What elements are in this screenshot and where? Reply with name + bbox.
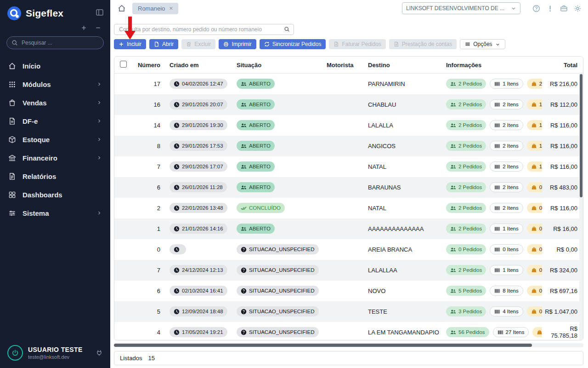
imprimir-button[interactable]: Imprimir: [219, 39, 256, 49]
horizontal-scrollbar[interactable]: [114, 343, 583, 347]
created-badge: 02/10/2024 16:41: [170, 286, 227, 296]
pedidos-text: 56 Pedidos: [458, 329, 485, 335]
itens-text: 2 Itens: [503, 143, 519, 149]
tab-romaneio[interactable]: Romaneio ×: [132, 3, 178, 14]
sidebar-search: [6, 36, 104, 49]
status-text: CONCLUÍDO: [249, 205, 281, 211]
table-row[interactable]: 17 04/02/2026 12:47 ABERTO PARNAMIRIN 2 …: [114, 74, 583, 94]
col-situacao[interactable]: Situação: [234, 57, 324, 74]
sidebar-item-estoque[interactable]: Estoque: [0, 130, 110, 149]
prestacao-de-contas-button[interactable]: Prestação de contas: [389, 39, 457, 49]
pedidos-text: 2 Pedidos: [458, 102, 482, 107]
status-badge: SITUACAO_UNSPECIFIED: [237, 327, 319, 337]
sincronizar-pedidos-button[interactable]: Sincronizar Pedidos: [260, 39, 326, 49]
company-selector[interactable]: LINKSOFT DESENVOLVIMENTO DE ...: [402, 2, 520, 14]
sidebar-search-input[interactable]: [6, 36, 104, 49]
settings-icon[interactable]: [574, 5, 582, 12]
col-criado-em[interactable]: Criado em: [167, 57, 234, 74]
col-destino[interactable]: Destino: [365, 57, 443, 74]
barcode-icon: [494, 81, 500, 87]
sidebar-item-inicio[interactable]: Início: [0, 57, 110, 75]
search-icon: [11, 40, 18, 46]
info-badges: 5 Pedidos 8 Itens 0.00 kg: [446, 286, 539, 296]
info-badges: 2 Pedidos 2 Itens 1.00 kg: [446, 120, 539, 130]
sidebar-item-sistema[interactable]: Sistema: [0, 204, 110, 222]
expand-all-icon[interactable]: [81, 25, 87, 31]
created-badge: 12/09/2024 18:48: [170, 306, 227, 316]
table-row[interactable]: 1 21/01/2026 14:16 ABERTO AAAAAAAAAAAAAA…: [114, 218, 583, 239]
vertical-scrollbar[interactable]: [579, 72, 583, 340]
users-icon: [450, 81, 456, 87]
search-input[interactable]: [114, 24, 294, 35]
users-icon: [450, 267, 456, 273]
search-icon[interactable]: [284, 26, 290, 32]
pedidos-badge: 2 Pedidos: [446, 265, 486, 275]
incluir-button[interactable]: Incluir: [114, 39, 146, 49]
faturar-pedidos-button[interactable]: Faturar Pedidos: [329, 39, 385, 49]
info-badges: 2 Pedidos 2 Itens 1.00 kg: [446, 99, 539, 109]
table-row[interactable]: 0 SITUACAO_UNSPECIFIED AREIA BRANCA 0 Pe…: [114, 239, 583, 260]
abrir-button[interactable]: Abrir: [149, 39, 178, 49]
table-row[interactable]: 8 29/01/2026 17:53 ABERTO ANGICOS 2 Pedi…: [114, 136, 583, 156]
itens-badge: 1 Itens: [490, 224, 523, 234]
table-row[interactable]: 6 02/10/2024 16:41 SITUACAO_UNSPECIFIED …: [114, 281, 583, 301]
col-numero[interactable]: Número: [131, 57, 167, 74]
pedidos-badge: 2 Pedidos: [446, 161, 486, 172]
vertical-scrollbar-thumb[interactable]: [580, 74, 582, 197]
horizontal-scrollbar-thumb[interactable]: [114, 344, 532, 347]
chevron-right-icon: [96, 137, 102, 142]
tab-close-icon[interactable]: ×: [169, 6, 173, 11]
sidebar-item-df-e[interactable]: DF-e: [0, 112, 110, 130]
sidebar-item-label: Dashboards: [23, 191, 62, 199]
info-icon[interactable]: [546, 5, 554, 12]
collapse-all-icon[interactable]: [95, 25, 101, 31]
sidebar-collapse-icon[interactable]: [96, 8, 104, 17]
briefcase-icon[interactable]: [560, 5, 568, 12]
barcode-icon: [494, 205, 500, 211]
excluir-button[interactable]: Excluir: [181, 39, 215, 49]
home-icon[interactable]: [118, 4, 126, 12]
opcoes-button[interactable]: Opções: [460, 39, 505, 49]
sidebar-item-modulos[interactable]: Módulos: [0, 75, 110, 93]
col-total[interactable]: Total: [542, 57, 583, 74]
sidebar-item-financeiro[interactable]: Financeiro: [0, 149, 110, 167]
user-meta: USUARIO TESTE teste@linksoft.dev: [28, 346, 83, 360]
cell-motorista: [324, 301, 365, 322]
table-row[interactable]: 4 17/05/2024 19:21 SITUACAO_UNSPECIFIED …: [114, 322, 583, 341]
clock-icon: [174, 309, 180, 315]
barcode-icon: [494, 247, 500, 253]
users-icon: [450, 226, 456, 232]
sidebar-item-vendas[interactable]: Vendas: [0, 93, 110, 112]
info-badges: 0 Pedidos 0 Itens 0.00 kg: [446, 244, 539, 254]
list-footer: Listados 15: [114, 351, 583, 365]
cell-numero: 2: [131, 198, 167, 218]
check-double-icon: [241, 205, 247, 211]
col-motorista[interactable]: Motorista: [324, 57, 365, 74]
table-row[interactable]: 2 22/01/2026 13:48 CONCLUÍDO NATAL 2 Ped…: [114, 198, 583, 218]
sidebar-item-label: Financeiro: [23, 154, 57, 162]
sidebar-item-dashboards[interactable]: Dashboards: [0, 185, 110, 204]
table-row[interactable]: 7 24/12/2024 12:13 SITUACAO_UNSPECIFIED …: [114, 260, 583, 281]
table-row[interactable]: 14 29/01/2026 19:30 ABERTO LALALLA 2 Ped…: [114, 115, 583, 136]
trash-icon: [186, 41, 192, 47]
table-row[interactable]: 16 29/01/2026 20:07 ABERTO CHABLAU 2 Ped…: [114, 94, 583, 115]
created-text: 24/12/2024 12:13: [182, 267, 223, 273]
col-informacoes[interactable]: Informações: [443, 57, 542, 74]
clock-icon: [174, 164, 180, 170]
sidebar-item-relatorios[interactable]: Relatórios: [0, 167, 110, 185]
pedidos-text: 2 Pedidos: [458, 81, 482, 86]
plug-icon[interactable]: [96, 349, 103, 356]
users-icon: [450, 247, 456, 253]
created-text: 02/10/2024 16:41: [182, 288, 223, 293]
question-icon: [241, 309, 247, 315]
question-icon: [241, 288, 247, 294]
select-all-checkbox[interactable]: [120, 61, 127, 68]
power-icon[interactable]: [7, 345, 23, 361]
table-row[interactable]: 6 26/01/2026 11:28 ABERTO BARAUNAS 2 Ped…: [114, 177, 583, 198]
status-badge: ABERTO: [237, 161, 275, 172]
table-row[interactable]: 5 12/09/2024 18:48 SITUACAO_UNSPECIFIED …: [114, 301, 583, 322]
table-row[interactable]: 7 29/01/2026 17:07 ABERTO NATAL 2 Pedido…: [114, 156, 583, 177]
toolbar: Incluir Abrir Excluir Imprimir Sincroniz…: [114, 39, 588, 49]
help-icon[interactable]: [532, 5, 540, 12]
weight-icon: [537, 329, 542, 335]
